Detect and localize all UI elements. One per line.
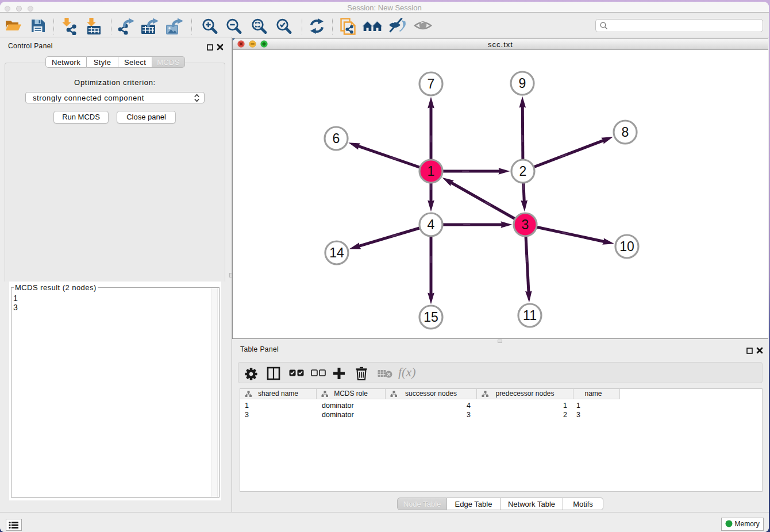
svg-text:14: 14 [329, 245, 344, 260]
svg-text:15: 15 [424, 310, 438, 325]
svg-text:4: 4 [428, 217, 435, 232]
svg-text:9: 9 [519, 76, 526, 91]
svg-text:3: 3 [522, 217, 529, 232]
svg-text:7: 7 [428, 76, 435, 91]
svg-text:11: 11 [523, 308, 537, 323]
svg-text:1: 1 [428, 164, 435, 179]
svg-text:10: 10 [619, 239, 634, 254]
svg-text:2: 2 [519, 164, 527, 179]
svg-text:8: 8 [622, 125, 629, 140]
svg-text:6: 6 [333, 131, 340, 146]
